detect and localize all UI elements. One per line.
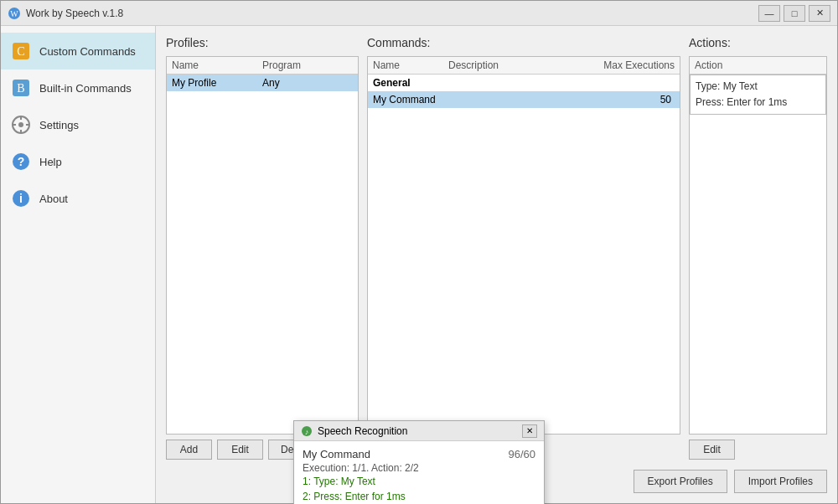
speech-recognition-popup: ♪ Speech Recognition ✕ My Command 96/60 …: [293, 420, 545, 504]
speech-title-left: ♪ Speech Recognition: [301, 425, 407, 437]
help-icon: ?: [11, 152, 31, 172]
speech-line1: My Command 96/60: [303, 448, 535, 460]
svg-text:C: C: [17, 45, 24, 58]
commands-list[interactable]: Name Description Max Executions General …: [367, 56, 680, 435]
speech-action1: 1: Type: My Text: [303, 476, 535, 487]
sidebar: C Custom Commands B Built-in Commands: [1, 26, 156, 503]
commands-col-name: Name: [373, 59, 448, 71]
speech-body: My Command 96/60 Execution: 1/1. Action:…: [294, 441, 544, 504]
settings-label: Settings: [39, 119, 79, 131]
about-icon: i: [11, 188, 31, 208]
sidebar-item-settings[interactable]: Settings: [1, 106, 155, 143]
commands-list-header: Name Description Max Executions: [368, 57, 680, 75]
settings-icon: [11, 115, 31, 135]
sidebar-item-help[interactable]: ? Help: [1, 143, 155, 180]
panels-row: Profiles: Name Program My Profile Any Ad…: [166, 36, 827, 460]
custom-commands-icon: C: [11, 41, 31, 61]
speech-icon: ♪: [301, 425, 313, 437]
profiles-list[interactable]: Name Program My Profile Any: [166, 56, 359, 435]
profiles-col-program: Program: [262, 59, 353, 71]
maximize-button[interactable]: □: [784, 5, 805, 22]
speech-popup-title: Speech Recognition: [318, 425, 407, 437]
svg-text:?: ?: [18, 155, 25, 168]
builtin-commands-label: Built-in Commands: [39, 82, 132, 95]
action-line-2: Press: Enter for 1ms: [696, 95, 820, 111]
app-icon: W: [8, 7, 21, 20]
profiles-edit-button[interactable]: Edit: [217, 440, 263, 460]
title-bar-controls: — □ ✕: [758, 5, 830, 22]
speech-execution: Execution: 1/1. Action: 2/2: [303, 462, 535, 474]
commands-col-desc: Description: [448, 59, 599, 71]
actions-list-content: Type: My Text Press: Enter for 1ms: [690, 75, 826, 115]
profile-name-myprofile: My Profile: [172, 77, 262, 89]
sidebar-item-custom-commands[interactable]: C Custom Commands: [1, 33, 155, 69]
title-bar: W Work by Speech v.1.8 — □ ✕: [1, 1, 837, 26]
actions-edit-button[interactable]: Edit: [689, 440, 735, 460]
profiles-add-button[interactable]: Add: [166, 440, 212, 460]
profile-program-myprofile: Any: [262, 77, 353, 89]
svg-text:B: B: [17, 82, 24, 95]
command-group-general: General: [368, 75, 680, 91]
speech-command-name: My Command: [303, 448, 370, 460]
svg-text:W: W: [10, 9, 18, 18]
speech-title-bar: ♪ Speech Recognition ✕: [294, 421, 544, 441]
speech-counter: 96/60: [508, 448, 535, 460]
profiles-list-header: Name Program: [167, 57, 358, 75]
actions-col-action: Action: [695, 59, 722, 71]
actions-buttons: Edit: [689, 440, 827, 460]
actions-list: Action Type: My Text Press: Enter for 1m…: [689, 56, 827, 435]
title-bar-left: W Work by Speech v.1.8: [8, 7, 123, 20]
custom-commands-label: Custom Commands: [39, 45, 136, 58]
profiles-col-name: Name: [172, 59, 262, 71]
svg-text:i: i: [19, 192, 23, 205]
help-label: Help: [39, 156, 62, 168]
profiles-panel: Profiles: Name Program My Profile Any Ad…: [166, 36, 359, 460]
actions-title: Actions:: [689, 36, 827, 49]
about-label: About: [39, 193, 68, 205]
svg-text:♪: ♪: [305, 428, 309, 436]
builtin-commands-icon: B: [11, 78, 31, 98]
close-button[interactable]: ✕: [809, 5, 830, 22]
commands-title: Commands:: [367, 36, 680, 49]
command-name-mycommand: My Command: [373, 94, 448, 105]
command-row-mycommand[interactable]: My Command 50: [368, 91, 680, 108]
export-profiles-button[interactable]: Export Profiles: [634, 470, 727, 493]
speech-action2: 2: Press: Enter for 1ms: [303, 491, 535, 502]
actions-list-header: Action: [690, 57, 826, 75]
svg-point-7: [18, 122, 23, 127]
window-title: Work by Speech v.1.8: [26, 8, 123, 19]
command-maxexec-mycommand: 50: [599, 94, 675, 105]
speech-actions: 1: Type: My Text 2: Press: Enter for 1ms: [303, 476, 535, 502]
commands-panel: Commands: Name Description Max Execution…: [367, 36, 680, 460]
action-line-1: Type: My Text: [696, 79, 820, 95]
speech-close-button[interactable]: ✕: [522, 424, 537, 438]
import-profiles-button[interactable]: Import Profiles: [734, 470, 827, 493]
actions-panel: Actions: Action Type: My Text Press: Ent…: [689, 36, 827, 460]
sidebar-item-about[interactable]: i About: [1, 180, 155, 217]
commands-col-maxexec: Max Executions: [599, 59, 675, 71]
profiles-title: Profiles:: [166, 36, 359, 49]
minimize-button[interactable]: —: [758, 5, 780, 22]
sidebar-item-builtin-commands[interactable]: B Built-in Commands: [1, 69, 155, 106]
profile-row-myprofile[interactable]: My Profile Any: [167, 75, 358, 91]
